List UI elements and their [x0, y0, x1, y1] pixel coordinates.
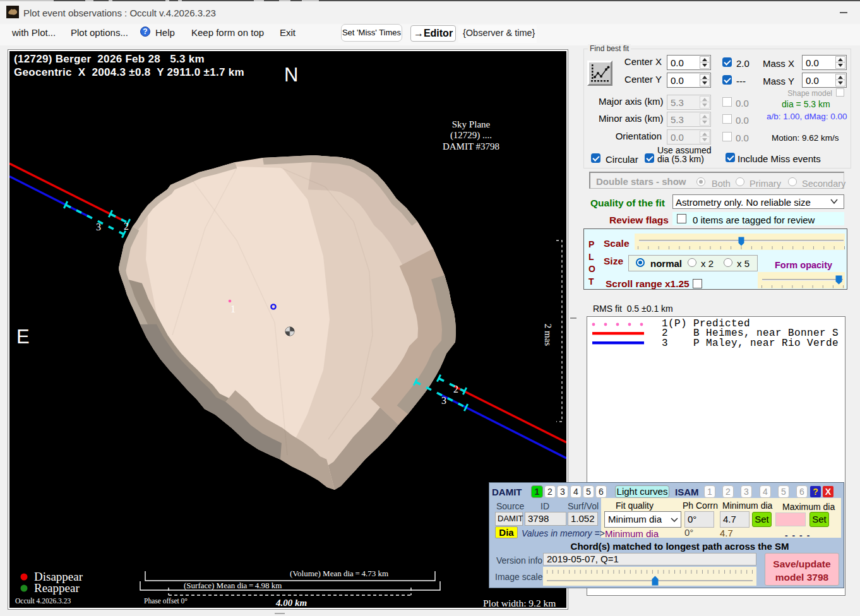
svg-text:3: 3 — [441, 395, 446, 406]
svg-text:1: 1 — [230, 304, 236, 314]
svg-text:3: 3 — [96, 222, 101, 232]
svg-text:2: 2 — [453, 384, 458, 394]
svg-text:2: 2 — [124, 221, 129, 232]
